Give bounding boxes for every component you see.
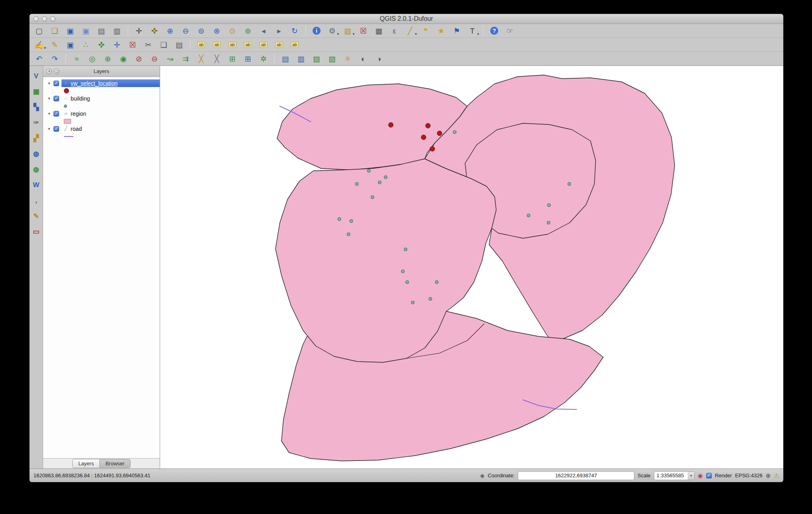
move-feature-button[interactable]: ✜ bbox=[96, 39, 107, 50]
building-symbol[interactable] bbox=[64, 105, 67, 108]
map-refresh-button[interactable]: ↻ bbox=[289, 25, 300, 36]
delete-selected-button[interactable]: ☒ bbox=[127, 39, 138, 50]
new-bookmark-button[interactable]: ★ bbox=[436, 25, 447, 36]
current-edits-dropdown-arrow-icon[interactable]: ▾ bbox=[44, 46, 46, 50]
measure-button[interactable]: ╱▾ bbox=[404, 25, 416, 36]
road-symbol[interactable] bbox=[64, 136, 73, 137]
layer-row-building[interactable]: ▾✓∴building bbox=[43, 95, 160, 102]
zoom-to-layer-button[interactable]: ⊚ bbox=[242, 25, 254, 36]
merge-attributes-button[interactable]: ⊞ bbox=[242, 53, 254, 64]
run-feature-action-dropdown-arrow-icon[interactable]: ▾ bbox=[337, 32, 339, 36]
new-print-composer-button[interactable]: ▤ bbox=[96, 25, 107, 36]
add-ring-button[interactable]: ◎ bbox=[87, 53, 98, 64]
split-features-button[interactable]: ╳ bbox=[196, 53, 207, 64]
add-feature-button[interactable]: ∴ bbox=[80, 39, 91, 50]
expand-triangle-icon[interactable]: ▾ bbox=[47, 96, 51, 101]
redo-button[interactable]: ↷ bbox=[49, 53, 60, 64]
map-canvas[interactable] bbox=[160, 66, 783, 469]
scale-combo[interactable]: 1:33565585 ▾ bbox=[654, 471, 695, 480]
help-contents-button[interactable]: ? bbox=[489, 25, 500, 36]
new-shapefile-layer-button[interactable]: ✎ bbox=[31, 211, 42, 221]
run-feature-action-button[interactable]: ⚙▾ bbox=[327, 25, 338, 36]
layer-visibility-checkbox[interactable]: ✓ bbox=[53, 96, 59, 101]
add-mssql-layer-button[interactable]: ▞ bbox=[31, 133, 42, 143]
new-project-button[interactable]: ▢ bbox=[34, 25, 45, 36]
add-raster-layer-button[interactable]: ▦ bbox=[31, 86, 42, 97]
identify-features-button[interactable]: i bbox=[311, 25, 322, 36]
layer-visibility-checkbox[interactable]: ✓ bbox=[53, 111, 59, 117]
vw_select_location-symbol[interactable] bbox=[64, 88, 69, 93]
simplify-feature-button[interactable]: ≈ bbox=[71, 53, 82, 64]
paste-features-button[interactable]: ▤ bbox=[174, 39, 185, 50]
map-tips-button[interactable]: ❝ bbox=[420, 25, 431, 36]
rotate-point-symbols-button[interactable]: ✲ bbox=[258, 53, 269, 64]
toggle-editing-button[interactable]: ✎ bbox=[49, 39, 60, 50]
mouse-position-toggle-icon[interactable]: ◈ bbox=[480, 472, 485, 478]
layer-row-vw_select_location[interactable]: ▾✓∴vw_select_location bbox=[43, 79, 160, 87]
add-wfs-layer-button[interactable]: W bbox=[31, 180, 42, 190]
save-layer-edits-button[interactable]: ▣ bbox=[65, 39, 76, 50]
layer-row-road[interactable]: ▾✓╱road bbox=[43, 125, 160, 132]
cut-features-button[interactable]: ✂ bbox=[143, 39, 154, 50]
histogram-stretch-local-button[interactable]: ▤ bbox=[280, 53, 291, 64]
deselect-all-button[interactable]: ☒ bbox=[358, 25, 369, 36]
whats-this-button[interactable]: ☞ bbox=[504, 25, 515, 36]
zoom-out-button[interactable]: ⊖ bbox=[180, 25, 191, 36]
select-features-dropdown-arrow-icon[interactable]: ▾ bbox=[353, 32, 355, 36]
delete-ring-button[interactable]: ⊘ bbox=[133, 53, 145, 64]
layer-visibility-checkbox[interactable]: ✓ bbox=[53, 81, 59, 86]
show-bookmarks-button[interactable]: ⚑ bbox=[451, 25, 462, 36]
render-checkbox[interactable]: ✓ bbox=[706, 473, 712, 478]
zoom-next-button[interactable]: ▸ bbox=[273, 25, 285, 36]
zoom-window-button[interactable] bbox=[50, 16, 55, 22]
label-show-hide-button[interactable]: ab bbox=[242, 39, 254, 50]
copy-features-button[interactable]: ❏ bbox=[158, 39, 169, 50]
label-move-button[interactable]: ab bbox=[258, 39, 269, 50]
label-rotate-button[interactable]: ab bbox=[273, 39, 285, 50]
add-spatialite-layer-button[interactable]: ✑ bbox=[31, 117, 42, 128]
coordinate-input[interactable] bbox=[518, 471, 634, 480]
zoom-full-button[interactable]: ⊛ bbox=[211, 25, 222, 36]
fill-ring-button[interactable]: ◉ bbox=[118, 53, 129, 64]
layer-name-area[interactable]: ∴vw_select_location bbox=[61, 79, 160, 87]
stop-rendering-icon[interactable]: ◉ bbox=[698, 472, 703, 478]
composer-manager-button[interactable]: ▥ bbox=[111, 25, 123, 36]
offset-curve-button[interactable]: ⇉ bbox=[180, 53, 191, 64]
log-messages-icon[interactable]: ⚠ bbox=[774, 472, 779, 478]
measure-dropdown-arrow-icon[interactable]: ▾ bbox=[415, 32, 417, 36]
select-features-button[interactable]: ▧▾ bbox=[342, 25, 353, 36]
label-pin-button[interactable]: ab bbox=[227, 39, 238, 50]
add-delimited-text-layer-button[interactable]: , bbox=[31, 195, 42, 206]
layer-visibility-checkbox[interactable]: ✓ bbox=[53, 126, 59, 132]
panel-close-button[interactable]: ✕ bbox=[46, 69, 52, 74]
scale-dropdown-arrow-icon[interactable]: ▾ bbox=[688, 472, 694, 480]
cumulative-stretch-local-button[interactable]: ▧ bbox=[311, 53, 322, 64]
crs-status-icon[interactable]: ⊕ bbox=[766, 472, 771, 478]
labeling-button[interactable]: ab bbox=[196, 39, 207, 50]
minimize-window-button[interactable] bbox=[42, 16, 47, 22]
increase-brightness-button[interactable]: ✳ bbox=[342, 53, 353, 64]
pan-to-selection-button[interactable]: ✜ bbox=[149, 25, 160, 36]
close-window-button[interactable] bbox=[34, 16, 39, 22]
split-parts-button[interactable]: ╳ bbox=[211, 53, 222, 64]
pan-map-button[interactable]: ✛ bbox=[133, 25, 145, 36]
merge-features-button[interactable]: ⊞ bbox=[227, 53, 238, 64]
expand-triangle-icon[interactable]: ▾ bbox=[47, 111, 51, 116]
text-annotation-dropdown-arrow-icon[interactable]: ▾ bbox=[477, 32, 479, 36]
tab-layers[interactable]: Layers bbox=[72, 459, 100, 468]
decrease-contrast-button[interactable]: ◑ bbox=[373, 53, 384, 64]
label-selected-button[interactable]: ab bbox=[211, 39, 222, 50]
text-annotation-button[interactable]: T▾ bbox=[467, 25, 478, 36]
add-postgis-layer-button[interactable]: ▚ bbox=[31, 102, 42, 112]
cumulative-stretch-full-button[interactable]: ▨ bbox=[327, 53, 338, 64]
current-edits-button[interactable]: ✍▾ bbox=[34, 39, 45, 50]
add-vector-layer-button[interactable]: V bbox=[31, 71, 42, 81]
label-properties-button[interactable]: ab bbox=[289, 39, 300, 50]
layer-name-area[interactable]: ╱road bbox=[61, 125, 160, 132]
region-symbol[interactable] bbox=[64, 119, 71, 124]
panel-float-button[interactable]: ◻ bbox=[54, 69, 59, 74]
reshape-features-button[interactable]: ↝ bbox=[164, 53, 176, 64]
new-gpx-layer-button[interactable]: ▭ bbox=[31, 226, 42, 237]
tab-browser[interactable]: Browser bbox=[100, 459, 131, 468]
add-wms-layer-button[interactable]: ◍ bbox=[31, 148, 42, 159]
